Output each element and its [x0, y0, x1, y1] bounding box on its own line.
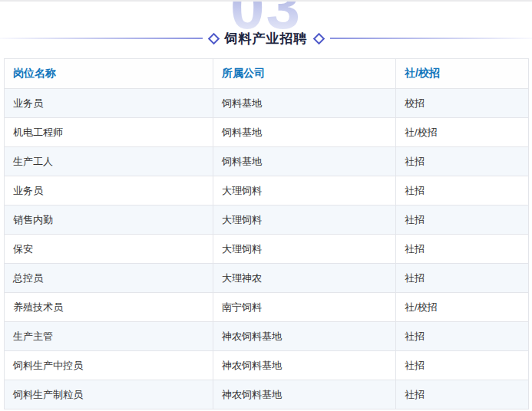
cell-position: 养殖技术员: [5, 293, 213, 322]
table-row: 养殖技术员南宁饲料社/校招: [5, 293, 529, 322]
section-title-row: 饲料产业招聘: [0, 29, 532, 48]
cell-position: 业务员: [5, 176, 213, 206]
cell-company: 饲料基地: [213, 118, 396, 147]
section-title: 饲料产业招聘: [225, 30, 308, 48]
cell-company: 大理饲料: [213, 235, 396, 264]
table-row: 业务员饲料基地校招: [5, 89, 529, 118]
cell-recruit-type: 社招: [396, 206, 529, 235]
cell-recruit-type: 社招: [396, 176, 529, 206]
cell-recruit-type: 社招: [396, 264, 529, 293]
diamond-icon: [207, 32, 220, 44]
column-header-position: 岗位名称: [5, 59, 213, 89]
cell-position: 饲料生产制粒员: [5, 380, 213, 409]
cell-recruit-type: 社招: [396, 351, 529, 380]
table-row: 总控员大理神农社招: [5, 264, 529, 293]
cell-position: 生产工人: [5, 147, 213, 176]
table-row: 业务员大理饲料社招: [5, 176, 529, 206]
title-divider-right: [330, 38, 532, 39]
table-row: 生产工人饲料基地社招: [5, 147, 529, 176]
column-header-company: 所属公司: [213, 59, 396, 89]
cell-position: 总控员: [5, 264, 213, 293]
cell-recruit-type: 社招: [396, 147, 529, 176]
recruitment-table: 岗位名称 所属公司 社/校招 业务员饲料基地校招机电工程师饲料基地社/校招生产工…: [4, 58, 529, 409]
cell-position: 生产主管: [5, 322, 213, 351]
cell-recruit-type: 校招: [396, 89, 529, 118]
table-header-row: 岗位名称 所属公司 社/校招: [5, 59, 529, 89]
cell-recruit-type: 社招: [396, 380, 529, 409]
table-row: 销售内勤大理饲料社招: [5, 206, 529, 235]
cell-recruit-type: 社招: [396, 322, 529, 351]
cell-recruit-type: 社/校招: [396, 293, 529, 322]
table-row: 保安大理饲料社招: [5, 235, 529, 264]
cell-company: 南宁饲料: [213, 293, 396, 322]
cell-company: 大理饲料: [213, 176, 396, 206]
cell-company: 大理饲料: [213, 206, 396, 235]
table-row: 饲料生产中控员神农饲料基地社招: [5, 351, 529, 380]
cell-company: 神农饲料基地: [213, 351, 396, 380]
column-header-recruit-type: 社/校招: [396, 59, 529, 89]
cell-position: 机电工程师: [5, 118, 213, 147]
cell-company: 大理神农: [213, 264, 396, 293]
cell-position: 销售内勤: [5, 206, 213, 235]
table-row: 机电工程师饲料基地社/校招: [5, 118, 529, 147]
cell-position: 业务员: [5, 89, 213, 118]
cell-company: 神农饲料基地: [213, 380, 396, 409]
cell-recruit-type: 社/校招: [396, 118, 529, 147]
cell-company: 饲料基地: [213, 89, 396, 118]
cell-company: 饲料基地: [213, 147, 396, 176]
table-row: 生产主管神农饲料基地社招: [5, 322, 529, 351]
diamond-icon: [312, 32, 325, 44]
title-divider-left: [0, 38, 203, 39]
table-row: 饲料生产制粒员神农饲料基地社招: [5, 380, 529, 409]
cell-position: 保安: [5, 235, 213, 264]
cell-company: 神农饲料基地: [213, 322, 396, 351]
cell-position: 饲料生产中控员: [5, 351, 213, 380]
recruitment-section: 03 饲料产业招聘 岗位名称 所属公司 社/校招 业务员饲料基地校招机电工程师饲…: [0, 0, 532, 411]
table-body: 业务员饲料基地校招机电工程师饲料基地社/校招生产工人饲料基地社招业务员大理饲料社…: [5, 89, 529, 409]
cell-recruit-type: 社招: [396, 235, 529, 264]
